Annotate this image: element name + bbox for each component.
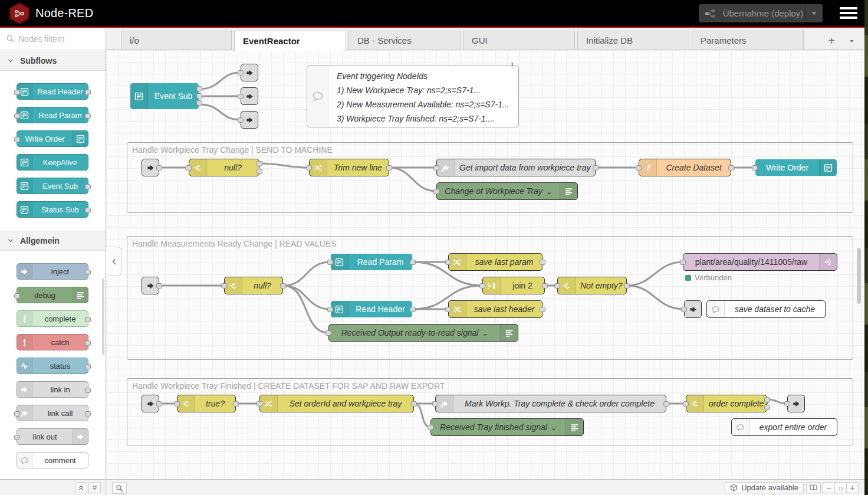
port-out[interactable]	[764, 397, 770, 402]
port-out[interactable]	[196, 100, 202, 106]
node-function-create-dataset[interactable]: Create Dataset	[639, 159, 731, 176]
port-out[interactable]	[624, 283, 630, 289]
flow-canvas[interactable]: Event Sub Event triggering NodeIds 1) Ne…	[106, 50, 864, 479]
port-out[interactable]	[410, 260, 416, 265]
port-out[interactable]	[85, 340, 91, 346]
port-in[interactable]	[306, 165, 312, 171]
port-out[interactable]	[196, 93, 202, 99]
port-out[interactable]	[593, 165, 599, 171]
node-change-save-last-header[interactable]: save last header	[448, 300, 542, 318]
port-in[interactable]	[680, 260, 686, 265]
port-out[interactable]	[85, 270, 91, 275]
port-out[interactable]	[540, 307, 545, 312]
tab-parameters[interactable]: Parameters	[692, 31, 804, 50]
node-switch-order-complete[interactable]: order complete?	[686, 395, 767, 412]
port-in[interactable]	[14, 113, 20, 119]
port-in[interactable]	[238, 117, 244, 123]
node-debug-received-output-ready[interactable]: Received Output ready-to-read signal ⌄	[328, 324, 518, 342]
port-out[interactable]	[156, 401, 162, 407]
collapse-all-button[interactable]	[75, 482, 87, 493]
palette-item-event-sub[interactable]: Event Sub	[17, 178, 88, 194]
port-in[interactable]	[14, 90, 20, 95]
main-menu-button[interactable]	[840, 7, 859, 20]
port-in[interactable]	[554, 283, 560, 289]
port-in[interactable]	[752, 165, 758, 171]
port-in[interactable]	[14, 435, 20, 440]
port-out[interactable]	[85, 411, 91, 417]
port-in[interactable]	[14, 411, 20, 417]
palette-collapse-handle[interactable]	[106, 247, 122, 276]
port-out[interactable]	[542, 283, 548, 289]
node-debug-change-of-workpiece-tray[interactable]: Change of Workpiece Tray ⌄	[436, 182, 578, 200]
node-link-in[interactable]	[142, 277, 159, 294]
node-mqtt-out[interactable]: plant/area/quality/1411005/raw	[683, 253, 837, 271]
add-flow-button[interactable]: +	[824, 34, 839, 48]
port-in[interactable]	[784, 401, 790, 407]
port-out[interactable]	[196, 86, 202, 91]
node-subflow-read-param[interactable]: Read Param	[330, 253, 413, 271]
palette-item-status-sub[interactable]: Status Sub	[17, 201, 88, 218]
port-in[interactable]	[433, 165, 439, 171]
tab-initialize-db[interactable]: Initialize DB	[577, 31, 689, 50]
port-in[interactable]	[445, 260, 451, 265]
wire[interactable]	[259, 163, 309, 168]
palette-item-write-order[interactable]: Write Order	[17, 130, 88, 147]
wire[interactable]	[389, 168, 436, 191]
node-link-out[interactable]	[241, 111, 258, 129]
port-in[interactable]	[238, 94, 244, 99]
tab-gui[interactable]: GUI	[463, 31, 575, 50]
port-out[interactable]	[85, 90, 91, 95]
port-in[interactable]	[238, 70, 244, 76]
port-out[interactable]	[280, 283, 286, 289]
wire[interactable]	[627, 262, 683, 286]
wire[interactable]	[199, 73, 241, 89]
node-event-sub[interactable]: Event Sub	[130, 83, 199, 110]
palette-search[interactable]	[0, 28, 106, 50]
port-in[interactable]	[432, 401, 438, 407]
update-available-button[interactable]: Update available	[725, 482, 804, 493]
wire[interactable]	[283, 262, 330, 286]
port-out[interactable]	[663, 401, 669, 407]
node-switch-null-2[interactable]: null?	[224, 277, 283, 294]
flow-list-button[interactable]	[844, 34, 859, 48]
deploy-options-button[interactable]	[805, 4, 823, 22]
port-out[interactable]	[764, 405, 770, 410]
node-subflow-write-order[interactable]: Write Order	[755, 159, 837, 176]
expand-all-button[interactable]	[88, 482, 101, 493]
deploy-button[interactable]: Übernahme (deploy)	[699, 4, 823, 22]
palette-item-link-out[interactable]: link out	[17, 428, 88, 445]
canvas-scrollbar[interactable]	[857, 248, 861, 304]
node-info-comment[interactable]: Event triggering NodeIds 1) New Workpiec…	[307, 65, 519, 127]
port-in[interactable]	[257, 401, 262, 407]
port-in[interactable]	[327, 260, 333, 265]
palette-category-allgemein[interactable]: Allgemein	[0, 231, 106, 251]
node-link-out[interactable]	[787, 395, 805, 412]
palette-item-debug[interactable]: debug	[17, 287, 88, 303]
palette-scrollbar[interactable]	[102, 278, 104, 355]
wire[interactable]	[414, 404, 430, 427]
node-link-out[interactable]	[684, 300, 702, 318]
zoom-in-button[interactable]: +	[846, 482, 859, 493]
port-out[interactable]	[85, 113, 91, 119]
port-out[interactable]	[85, 364, 91, 369]
wire[interactable]	[199, 104, 241, 120]
port-out[interactable]	[233, 401, 239, 407]
port-out[interactable]	[85, 208, 91, 213]
port-in[interactable]	[327, 307, 333, 312]
port-out[interactable]	[85, 388, 91, 393]
tab-io[interactable]: i/o	[121, 31, 232, 50]
port-in[interactable]	[174, 401, 180, 407]
node-link-out[interactable]	[241, 87, 258, 105]
node-switch-null[interactable]: null?	[189, 159, 259, 176]
port-in[interactable]	[221, 283, 227, 289]
port-in[interactable]	[428, 425, 433, 430]
palette-item-keepalive[interactable]: KeepAlive	[17, 154, 88, 171]
wire[interactable]	[627, 286, 684, 309]
port-out[interactable]	[410, 307, 416, 312]
palette-item-complete[interactable]: complete	[17, 310, 88, 327]
node-change-trim-new-line[interactable]: Trim new line	[309, 159, 389, 176]
port-in[interactable]	[14, 137, 20, 142]
port-out[interactable]	[257, 169, 262, 174]
port-out[interactable]	[85, 184, 91, 189]
port-out[interactable]	[728, 165, 734, 171]
